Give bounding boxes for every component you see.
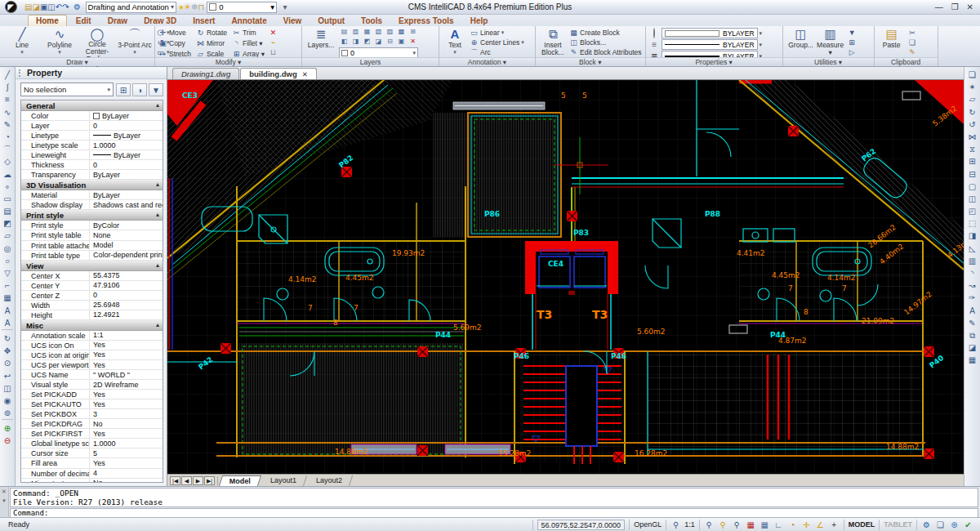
property-row[interactable]: LinetypeByLayer xyxy=(21,131,163,141)
document-tab-Drawing1-dwg[interactable]: Drawing1.dwg xyxy=(172,68,239,79)
ribbon-tab-home[interactable]: Home xyxy=(28,15,67,26)
group-button[interactable]: ◫Group... xyxy=(786,28,816,57)
property-row[interactable]: ColorByLayer xyxy=(21,111,163,121)
property-row[interactable]: LineweightByLayer xyxy=(21,150,163,160)
paste-button[interactable]: ▤ Paste xyxy=(878,28,906,57)
app-menu-button[interactable]: ◤ xyxy=(0,0,21,14)
property-row[interactable]: UCS Name" WORLD " xyxy=(21,370,163,380)
command-history[interactable]: Command: _OPEN File Version: R27 (2013) … xyxy=(10,488,978,507)
annotation-auto-icon[interactable]: ⚲ xyxy=(732,520,742,530)
layer-tool-icon-9[interactable]: ◩ xyxy=(362,38,372,47)
section-icon[interactable]: ◨ xyxy=(966,230,979,242)
edit-attributes-button[interactable]: ✎Edit Block Attributes xyxy=(569,48,642,57)
minimize-button[interactable]: — xyxy=(935,2,943,11)
region-icon[interactable]: ▱ xyxy=(1,230,14,242)
property-row[interactable]: Print styleByColor xyxy=(21,221,163,230)
polar-icon[interactable]: ◔ xyxy=(787,520,798,530)
maximize-button[interactable]: ❐ xyxy=(951,2,959,11)
explode-icon[interactable]: ⌁ xyxy=(269,38,278,47)
join-icon[interactable]: ⊔ xyxy=(269,48,278,57)
copy-button[interactable]: ▣Copy xyxy=(158,38,191,48)
model-space-toggle[interactable]: MODEL xyxy=(849,520,875,529)
zoom-in-icon[interactable]: ⊕ xyxy=(1,422,14,435)
layer-thaw-icon[interactable]: ☀ xyxy=(184,2,191,11)
wipeout-icon[interactable]: ▽ xyxy=(1,267,14,279)
esnap-icon[interactable]: ✛ xyxy=(801,520,812,530)
fillet-icon[interactable]: ◝ xyxy=(966,267,979,279)
coordinates-readout[interactable]: 56.0975,52.2547,0.0000 xyxy=(537,520,626,530)
snap-icon[interactable]: ▦ xyxy=(746,520,756,530)
property-row[interactable]: Set PICKDRAGNo xyxy=(21,419,163,429)
zoom-previous-icon[interactable]: ↩ xyxy=(1,370,14,382)
annotation-scale-icon[interactable]: ⚲ xyxy=(670,520,681,530)
zoom-dynamic-icon[interactable]: ◉ xyxy=(1,395,14,407)
move-button[interactable]: ✛Move xyxy=(158,28,191,38)
polyline-icon[interactable]: ∿ xyxy=(1,106,14,118)
sketch-icon[interactable]: ✎ xyxy=(1,118,14,131)
rectangle-icon[interactable]: ▭ xyxy=(1,193,14,205)
property-row[interactable]: UCS icon at originYes xyxy=(21,350,163,360)
open-file-icon[interactable]: ◪ xyxy=(32,2,39,11)
ribbon-tab-view[interactable]: View xyxy=(276,16,310,26)
property-row[interactable]: UCS per viewportYes xyxy=(21,360,163,370)
layer-tool-icon-11[interactable]: ⊟ xyxy=(385,38,395,47)
select-objects-button[interactable]: ⊞ xyxy=(116,83,131,96)
props-panel-icon[interactable]: ▦ xyxy=(966,354,979,366)
panel-label-clipboard[interactable]: Clipboard xyxy=(875,57,938,66)
property-row[interactable]: Center Z0 xyxy=(21,291,163,301)
ribbon-tab-annotate[interactable]: Annotate xyxy=(224,16,274,26)
property-row[interactable]: Width25.6948 xyxy=(21,301,163,310)
property-row[interactable]: Height12.4921 xyxy=(21,310,163,320)
qat-more-icon[interactable]: ▾ xyxy=(279,2,291,11)
layer-tool-icon-13[interactable]: ✕ xyxy=(408,38,418,47)
workspace-gear-icon[interactable]: ⚙ xyxy=(72,2,83,11)
property-row[interactable]: Set PICKFIRSTYes xyxy=(21,429,163,439)
property-row[interactable]: Print table attached toModel xyxy=(21,241,163,251)
pedit-icon[interactable]: ↝ xyxy=(966,279,979,292)
revcloud-icon[interactable]: ☁ xyxy=(1,168,14,181)
property-row[interactable]: Cursor size5 xyxy=(21,448,163,458)
ribbon-tab-tools[interactable]: Tools xyxy=(354,16,390,26)
block-editor-icon[interactable]: ⧉ xyxy=(966,329,979,341)
layer-tool-icon-0[interactable]: ▤ xyxy=(339,28,350,37)
erase-icon[interactable]: ✕ xyxy=(269,28,278,37)
scale-icon[interactable]: ▱ xyxy=(966,93,979,105)
grid-icon[interactable]: ▦ xyxy=(760,520,770,530)
ribbon-tab-help[interactable]: Help xyxy=(463,16,496,26)
spline-icon[interactable]: ∫ xyxy=(1,81,14,93)
copy-icon[interactable]: ❏ xyxy=(966,69,979,81)
chamfer-icon[interactable]: ◺ xyxy=(966,243,979,255)
gradient-icon[interactable]: ◩ xyxy=(1,217,14,230)
expand-command-icon[interactable]: ▾ xyxy=(2,498,6,504)
workspace-combo[interactable]: Drafting and Annotation ▾ xyxy=(86,2,176,13)
annotation-scale-icon[interactable]: ⚲ xyxy=(704,520,715,530)
settings-gear-icon[interactable]: ⚙ xyxy=(921,520,932,530)
circle-button[interactable]: ◯Circle Center-Radius▾ xyxy=(78,28,116,57)
property-row[interactable]: Center X55.4375 xyxy=(21,271,163,281)
explode-icon[interactable]: ✶ xyxy=(966,81,979,93)
pan-icon[interactable]: ✥ xyxy=(1,345,14,357)
array-path-icon[interactable]: ⊟ xyxy=(966,168,979,181)
trim-button[interactable]: ✂Trim xyxy=(232,28,265,38)
sketch-icon[interactable]: ✑ xyxy=(966,292,979,304)
document-tab-building-dwg[interactable]: building.dwg✕ xyxy=(240,68,317,79)
copyclip-icon[interactable]: ❏ xyxy=(908,38,917,47)
property-panel-title[interactable]: Property xyxy=(16,67,167,79)
redo-icon[interactable]: ↷ xyxy=(62,2,69,11)
zoom-icon[interactable]: ⊙ xyxy=(1,357,14,369)
ribbon-tab-edit[interactable]: Edit xyxy=(69,16,99,26)
ortho-icon[interactable]: ∟ xyxy=(773,520,784,530)
extend-icon[interactable]: ◫ xyxy=(966,193,979,205)
property-row[interactable]: Set PICKAUTOYes xyxy=(21,399,163,409)
create-block-button[interactable]: ▦Create Block xyxy=(569,28,642,37)
zoom-out-icon[interactable]: ⊖ xyxy=(1,435,14,447)
table-icon[interactable]: ▦ xyxy=(1,292,14,304)
layer-tool-icon-1[interactable]: ▥ xyxy=(350,28,361,37)
quick-select-button[interactable]: ◑ xyxy=(132,83,147,96)
next-tab-arrow[interactable]: ▶ xyxy=(193,476,203,485)
line-button[interactable]: ╱Line▾ xyxy=(3,28,41,57)
property-section-general[interactable]: General▴ xyxy=(21,100,163,111)
undo-icon[interactable]: ↶ xyxy=(56,2,62,11)
ribbon-tab-express-tools[interactable]: Express Tools xyxy=(391,16,461,26)
mirror-button[interactable]: ⋈Mirror xyxy=(196,38,227,48)
